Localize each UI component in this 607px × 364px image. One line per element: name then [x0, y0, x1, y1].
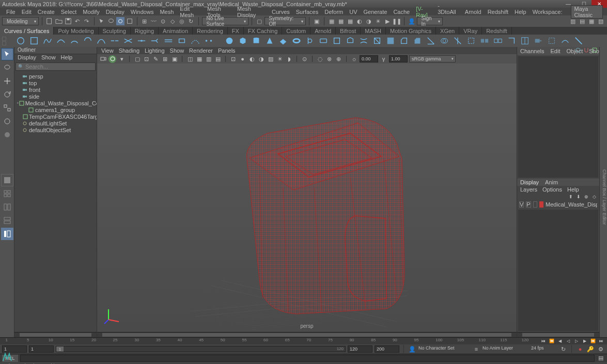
- time-slider[interactable]: 1510152025303540455055606570758085909510…: [0, 337, 607, 344]
- rotate-tool[interactable]: [1, 88, 13, 101]
- viewport-colorspace-dropdown[interactable]: sRGB gamma: [409, 55, 456, 62]
- outliner-item[interactable]: top: [14, 80, 97, 86]
- anim-layer-dropdown[interactable]: No Anim Layer: [483, 345, 529, 353]
- shelf-tab-vray[interactable]: VRay: [459, 27, 482, 35]
- birail-icon[interactable]: [359, 36, 369, 46]
- open-close-surface-icon[interactable]: [506, 36, 517, 46]
- insert-isoparm-icon[interactable]: [520, 36, 530, 46]
- layers-menu-options[interactable]: Options: [542, 186, 562, 193]
- go-to-end-icon[interactable]: ⏭: [598, 338, 605, 344]
- light-editor-icon[interactable]: ☀: [374, 17, 382, 25]
- detach-curve-icon[interactable]: [123, 36, 133, 46]
- planar-icon[interactable]: [332, 36, 342, 46]
- reverse-curve-icon[interactable]: [177, 36, 187, 46]
- menu-modify[interactable]: Modify: [80, 9, 102, 15]
- shelf-tab-fxcaching[interactable]: FX Caching: [244, 27, 282, 35]
- image-plane-icon[interactable]: ▢: [133, 55, 141, 63]
- anim-end-outer-input[interactable]: 200: [375, 345, 399, 353]
- four-view-layout[interactable]: [1, 187, 13, 200]
- gate-mask-icon[interactable]: ▦: [195, 55, 203, 63]
- attach-surface-icon[interactable]: [479, 36, 490, 46]
- lasso-tool[interactable]: [1, 61, 13, 74]
- isolate-select-icon[interactable]: ⊙: [301, 55, 308, 63]
- nurbs-circle-icon[interactable]: [15, 36, 26, 46]
- nurbs-cylinder-icon[interactable]: [251, 36, 261, 46]
- move-layer-up-icon[interactable]: ⬆: [568, 194, 574, 200]
- magnet-icon[interactable]: [583, 47, 589, 53]
- shelf-tab-rigging[interactable]: Rigging: [131, 27, 159, 35]
- loft-icon[interactable]: [318, 36, 329, 46]
- nurbs-square-icon[interactable]: [29, 36, 39, 46]
- resolution-gate-icon[interactable]: ◫: [186, 55, 194, 63]
- hypershade-icon[interactable]: ◐: [355, 17, 364, 25]
- outliner-item[interactable]: defaultObjectSet: [14, 126, 97, 133]
- detach-surface-icon[interactable]: [493, 36, 503, 46]
- redo-icon[interactable]: ↷: [83, 17, 91, 25]
- outliner-item[interactable]: defaultLightSet: [14, 120, 97, 126]
- playblast-icon[interactable]: ▶: [383, 17, 392, 25]
- project-curve-icon[interactable]: [426, 36, 436, 46]
- bevel-icon[interactable]: [399, 36, 409, 46]
- symmetry-icon[interactable]: ▢: [255, 17, 263, 25]
- menu-mesh-display[interactable]: Mesh Display: [234, 6, 269, 18]
- scale-tool[interactable]: [1, 102, 13, 114]
- offset-curve-icon[interactable]: [163, 36, 174, 46]
- menu-file[interactable]: File: [3, 9, 19, 15]
- two-stacked-layout[interactable]: [1, 214, 13, 227]
- single-perspective-layout[interactable]: [1, 174, 13, 186]
- menu-surfaces[interactable]: Surfaces: [293, 9, 321, 15]
- menu-set-dropdown[interactable]: Modeling: [2, 17, 39, 25]
- shelf-tab-curves[interactable]: Curves / Surfaces: [0, 27, 54, 35]
- revolve-icon[interactable]: [305, 36, 315, 46]
- play-forward-icon[interactable]: ▷: [573, 338, 580, 344]
- shelf-tab-arnold[interactable]: Arnold: [310, 27, 336, 35]
- save-scene-icon[interactable]: [64, 17, 72, 25]
- attach-curve-icon[interactable]: [110, 36, 120, 46]
- xray-joints-icon[interactable]: ⊗: [325, 55, 333, 63]
- snap-plane-icon[interactable]: ◇: [168, 17, 177, 25]
- add-points-icon[interactable]: [204, 36, 214, 46]
- new-scene-icon[interactable]: [45, 17, 54, 25]
- viewport-scrollbar[interactable]: [97, 332, 517, 337]
- nurbs-plane-icon[interactable]: [278, 36, 288, 46]
- live-surface-dropdown[interactable]: No Live Surface: [202, 17, 248, 25]
- intersect-surface-icon[interactable]: [439, 36, 449, 46]
- camera-attributes-icon[interactable]: [108, 55, 116, 63]
- character-set-dropdown[interactable]: No Character Set: [418, 345, 470, 353]
- workspace-dropdown[interactable]: Maya Classic: [571, 5, 603, 19]
- outliner-item[interactable]: camera1_group: [14, 106, 97, 113]
- exposure-input[interactable]: 0.00: [360, 55, 378, 62]
- xray-icon[interactable]: ◌: [316, 55, 324, 63]
- outliner-menu-show[interactable]: Show: [41, 54, 56, 61]
- shadows-icon[interactable]: ◗: [285, 55, 293, 63]
- bookmark-icon[interactable]: ▾: [118, 55, 126, 63]
- tab-edit[interactable]: Edit: [550, 48, 560, 54]
- ipr-render-icon[interactable]: ▦: [337, 17, 345, 25]
- two-side-layout[interactable]: [1, 201, 13, 213]
- shelf-tab-bifrost[interactable]: Bifrost: [336, 27, 361, 35]
- gamma-input[interactable]: 1.00: [389, 55, 408, 62]
- render-settings-icon[interactable]: ▦: [346, 17, 354, 25]
- shelf-tab-redshift[interactable]: Redshift: [482, 27, 511, 35]
- extend-surface-icon[interactable]: [533, 36, 543, 46]
- pencil-curve-icon[interactable]: [56, 36, 66, 46]
- gamma-icon[interactable]: γ: [380, 55, 387, 63]
- shelf-menu-icon[interactable]: [2, 37, 12, 45]
- display-layer-row[interactable]: V P Medical_Waste_Disposal_Cont: [517, 200, 599, 209]
- vp-menu-show[interactable]: Show: [170, 48, 184, 54]
- textured-icon[interactable]: ▨: [267, 55, 274, 63]
- nurbs-cone-icon[interactable]: [264, 36, 275, 46]
- shelf-tab-motiongraphics[interactable]: Motion Graphics: [386, 27, 436, 35]
- step-forward-key-icon[interactable]: ⏩: [589, 338, 597, 344]
- move-tool[interactable]: [1, 75, 13, 87]
- shelf-tab-rendering[interactable]: Rendering: [193, 27, 228, 35]
- layer-scrollbar[interactable]: [517, 332, 599, 337]
- layer-tab-display[interactable]: Display: [520, 179, 539, 185]
- render-frame-icon[interactable]: ▦: [328, 17, 336, 25]
- untrim-icon[interactable]: [466, 36, 476, 46]
- outliner-item[interactable]: front: [14, 86, 97, 93]
- square-surface-icon[interactable]: [385, 36, 396, 46]
- play-backward-icon[interactable]: ◁: [565, 338, 572, 344]
- tab-channels[interactable]: Channels: [520, 48, 544, 54]
- layer-visibility-toggle[interactable]: V: [519, 201, 524, 208]
